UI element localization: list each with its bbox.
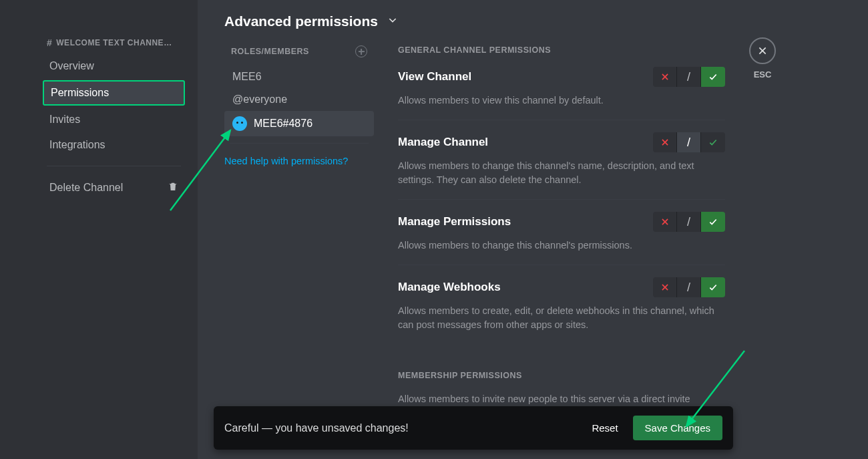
close-area: ESC — [749, 37, 776, 80]
close-button[interactable] — [749, 37, 776, 64]
perm-row-manage-channel: Manage Channel / Allows members to chang… — [398, 132, 725, 187]
perm-desc: Allows members to change this channel's … — [398, 239, 725, 253]
perm-title: Manage Webhooks — [398, 281, 501, 294]
trash-icon — [168, 181, 178, 194]
sidebar-item-invites[interactable]: Invites — [43, 108, 185, 131]
role-item-member-mee6-4876[interactable]: MEE6#4876 — [224, 111, 374, 136]
perm-divider — [398, 265, 725, 265]
perm-row-manage-webhooks: Manage Webhooks / Allows members to crea… — [398, 277, 725, 332]
perm-title: View Channel — [398, 70, 471, 84]
perm-desc: Allows members to invite new people to t… — [398, 392, 725, 406]
roles-column: Roles/Members MEE6 @everyone MEE6#4876 N… — [224, 45, 374, 406]
hash-icon: # — [47, 37, 52, 48]
reset-button[interactable]: Reset — [592, 422, 618, 434]
esc-label: ESC — [749, 69, 776, 80]
perm-toggle-manage-webhooks[interactable]: / — [653, 277, 725, 297]
perm-row-manage-permissions: Manage Permissions / Allows members to c… — [398, 212, 725, 253]
role-item-label: MEE6 — [232, 71, 262, 83]
avatar — [232, 116, 247, 131]
section-label-general: General Channel Permissions — [398, 45, 725, 55]
perm-desc: Allows members to create, edit, or delet… — [398, 304, 725, 332]
save-changes-button[interactable]: Save Changes — [633, 416, 722, 440]
chevron-down-icon[interactable] — [387, 15, 398, 28]
sidebar-item-integrations[interactable]: Integrations — [43, 134, 185, 156]
role-item-everyone[interactable]: @everyone — [224, 88, 374, 111]
perm-toggle-neutral[interactable]: / — [677, 277, 701, 297]
perm-row-view-channel: View Channel / Allows members to view th… — [398, 67, 725, 108]
role-item-label: @everyone — [232, 94, 287, 106]
section-label-membership: Membership Permissions — [398, 371, 725, 380]
delete-channel-button[interactable]: Delete Channel — [47, 176, 181, 200]
role-item-mee6[interactable]: MEE6 — [224, 65, 374, 88]
sidebar-item-permissions[interactable]: Permissions — [43, 80, 185, 106]
perm-toggle-allow[interactable] — [701, 67, 725, 87]
perm-toggle-deny[interactable] — [653, 67, 677, 87]
perm-toggle-allow[interactable] — [701, 132, 725, 152]
sidebar-channel-name: WELCOME TEXT CHANNE… — [56, 38, 172, 47]
unsaved-message: Careful — you have unsaved changes! — [224, 422, 409, 434]
sidebar-item-overview[interactable]: Overview — [43, 55, 185, 78]
roles-divider — [230, 143, 369, 144]
unsaved-changes-bar: Careful — you have unsaved changes! Rese… — [214, 406, 733, 450]
permissions-help-link[interactable]: Need help with permissions? — [224, 150, 374, 172]
perm-toggle-manage-permissions[interactable]: / — [653, 212, 725, 232]
perm-toggle-allow[interactable] — [701, 212, 725, 232]
perm-divider — [398, 120, 725, 120]
page-title: Advanced permissions — [224, 13, 378, 29]
perm-toggle-deny[interactable] — [653, 212, 677, 232]
channel-settings-sidebar: # WELCOME TEXT CHANNE… Overview Permissi… — [0, 0, 198, 459]
perm-toggle-neutral[interactable]: / — [677, 132, 701, 152]
sidebar-divider — [47, 166, 181, 166]
perm-title: Manage Channel — [398, 136, 488, 149]
perm-toggle-manage-channel[interactable]: / — [653, 132, 725, 152]
perm-toggle-allow[interactable] — [701, 277, 725, 297]
perm-desc: Allows members to change this channel's … — [398, 159, 725, 187]
add-role-button[interactable] — [355, 45, 367, 57]
sidebar-channel-header: # WELCOME TEXT CHANNE… — [47, 33, 181, 52]
delete-channel-label: Delete Channel — [49, 182, 123, 194]
perm-divider — [398, 199, 725, 200]
perm-toggle-neutral[interactable]: / — [677, 212, 701, 232]
perm-desc: Allows members to view this channel by d… — [398, 94, 725, 108]
perm-title: Manage Permissions — [398, 215, 511, 228]
permissions-column: General Channel Permissions View Channel… — [398, 45, 725, 406]
perm-toggle-view-channel[interactable]: / — [653, 67, 725, 87]
roles-members-label: Roles/Members — [231, 47, 309, 56]
perm-toggle-deny[interactable] — [653, 132, 677, 152]
role-item-label: MEE6#4876 — [254, 118, 312, 130]
perm-toggle-neutral[interactable]: / — [677, 67, 701, 87]
perm-toggle-deny[interactable] — [653, 277, 677, 297]
